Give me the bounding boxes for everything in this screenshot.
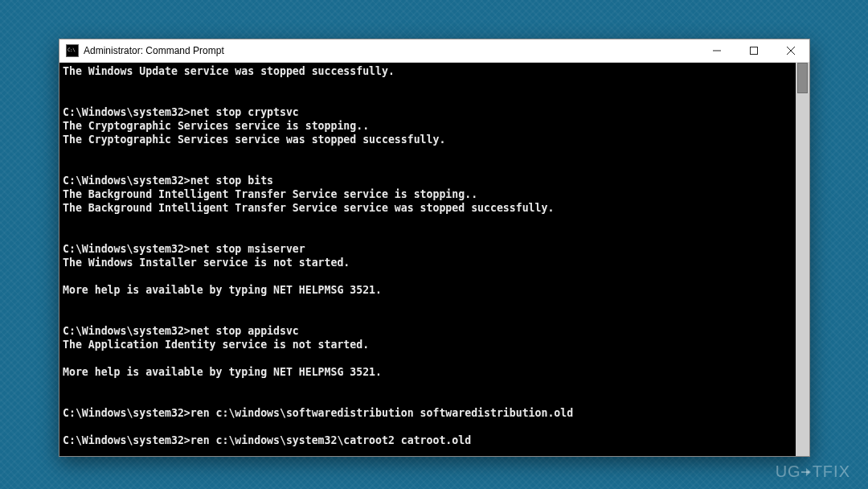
close-icon: [787, 47, 795, 55]
watermark: UG TFIX: [776, 462, 850, 481]
scroll-thumb[interactable]: [797, 63, 808, 93]
cmd-icon: [66, 44, 79, 57]
minimize-button[interactable]: [698, 39, 735, 62]
console-output[interactable]: The Windows Update service was stopped s…: [59, 63, 796, 456]
svg-rect-1: [751, 47, 758, 54]
window-controls: [698, 39, 809, 62]
command-prompt-window: Administrator: Command Prompt The Window…: [59, 39, 810, 457]
close-button[interactable]: [772, 39, 809, 62]
watermark-suffix: TFIX: [813, 462, 850, 481]
maximize-icon: [750, 47, 758, 55]
maximize-button[interactable]: [735, 39, 772, 62]
scrollbar[interactable]: [796, 63, 809, 456]
arrow-right-icon: [801, 466, 813, 478]
watermark-prefix: UG: [776, 462, 801, 481]
minimize-icon: [713, 47, 721, 55]
scroll-track[interactable]: [796, 63, 809, 456]
titlebar[interactable]: Administrator: Command Prompt: [59, 39, 809, 63]
console-area: The Windows Update service was stopped s…: [59, 63, 809, 456]
window-title: Administrator: Command Prompt: [84, 45, 224, 56]
